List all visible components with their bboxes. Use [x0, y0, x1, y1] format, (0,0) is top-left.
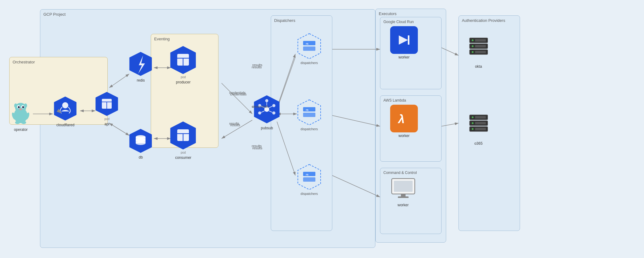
- svg-rect-93: [475, 51, 486, 53]
- svg-point-23: [18, 106, 20, 108]
- svg-point-98: [472, 122, 474, 124]
- cloudflared-label: cloudflared: [56, 123, 74, 127]
- pubsub-icon: pubsub: [252, 94, 282, 130]
- svg-rect-71: [303, 107, 315, 111]
- svg-rect-102: [475, 128, 486, 130]
- gcr-worker-icon: worker: [390, 26, 418, 59]
- svg-rect-68: [303, 46, 315, 51]
- consumer-label: consumer: [175, 155, 191, 160]
- results-arrow-label-1: results: [230, 123, 240, 127]
- results-arrow-label-2: results: [252, 63, 262, 67]
- operator-icon: operator: [9, 99, 32, 132]
- credentials-arrow-label-2: credentials: [252, 105, 269, 108]
- consumer-icon: pod consumer: [169, 120, 198, 160]
- svg-point-45: [136, 141, 146, 145]
- svg-rect-72: [303, 113, 315, 117]
- redis-icon: redis: [128, 51, 154, 83]
- cc-label: Command & Control: [383, 171, 417, 175]
- svg-point-58: [272, 111, 275, 115]
- dispatchers-label: Dispatchers: [274, 18, 295, 23]
- svg-point-27: [24, 103, 27, 108]
- diagram-container: GCP Project Orchestrator Eventing Dispat…: [0, 0, 644, 258]
- svg-point-25: [19, 108, 22, 110]
- svg-point-31: [21, 121, 26, 124]
- executors-label: Executors: [379, 11, 397, 16]
- svg-rect-83: [401, 194, 406, 196]
- svg-point-89: [472, 45, 474, 47]
- svg-marker-70: [298, 100, 321, 125]
- svg-point-60: [258, 111, 261, 115]
- svg-marker-66: [298, 34, 321, 59]
- cc-worker-icon: worker: [389, 175, 417, 207]
- operator-label: operator: [14, 127, 28, 132]
- okta-label: okta: [475, 64, 482, 69]
- svg-marker-32: [54, 97, 76, 120]
- svg-point-57: [272, 104, 275, 107]
- svg-rect-100: [475, 116, 486, 119]
- db-label: db: [139, 155, 143, 159]
- pubsub-label: pubsub: [261, 126, 273, 130]
- credentials-arrow-label: credentials: [230, 92, 246, 96]
- svg-point-33: [62, 102, 68, 108]
- orchestrator-label: Orchestrator: [13, 60, 35, 64]
- dispatchers-bot-label: dispatchers: [301, 192, 318, 196]
- svg-text:rs: rs: [306, 42, 309, 45]
- svg-marker-74: [298, 164, 321, 190]
- producer-icon: pod producer: [169, 45, 198, 84]
- gcr-label: Google Cloud Run: [383, 20, 414, 24]
- dispatchers-top-label: dispatchers: [301, 61, 318, 65]
- auth-label: Authentication Providers: [462, 18, 505, 23]
- gcr-worker-label: worker: [398, 55, 410, 59]
- svg-rect-67: [303, 41, 315, 45]
- dispatchers-top-icon: rs dispatchers: [295, 32, 323, 65]
- aws-label: AWS Lambda: [383, 98, 406, 103]
- producer-label: producer: [176, 80, 190, 84]
- svg-text:λ: λ: [398, 113, 405, 126]
- svg-text:rs: rs: [306, 108, 309, 111]
- okta-icon: okta: [465, 34, 492, 69]
- svg-point-26: [14, 103, 17, 108]
- svg-point-90: [472, 51, 474, 53]
- eventing-label: Eventing: [154, 37, 170, 41]
- svg-rect-101: [475, 122, 486, 124]
- svg-point-97: [472, 116, 474, 118]
- results-arrow-label-3: results: [252, 146, 262, 150]
- cloudflared-icon: cloudflared: [52, 95, 78, 127]
- aws-worker-icon: λ worker: [390, 105, 418, 138]
- svg-point-30: [15, 121, 20, 124]
- svg-point-88: [472, 39, 474, 41]
- svg-marker-78: [399, 35, 408, 45]
- o365-label: o365: [474, 141, 483, 146]
- cc-worker-label: worker: [398, 203, 409, 207]
- api-label: api: [104, 122, 109, 126]
- redis-label: redis: [137, 78, 145, 83]
- dispatchers-mid-icon: rs dispatchers: [295, 99, 323, 131]
- svg-rect-84: [398, 196, 409, 198]
- svg-point-99: [472, 128, 474, 130]
- svg-rect-82: [394, 181, 413, 192]
- svg-rect-75: [303, 172, 315, 176]
- svg-text:rs: rs: [306, 173, 309, 176]
- dispatchers-mid-label: dispatchers: [301, 127, 318, 131]
- aws-worker-label: worker: [398, 134, 410, 138]
- svg-rect-76: [303, 177, 315, 182]
- api-icon: pod api: [94, 91, 120, 126]
- svg-point-56: [265, 99, 268, 102]
- svg-point-24: [22, 106, 24, 108]
- svg-rect-91: [475, 39, 486, 42]
- o365-icon: o365: [465, 111, 492, 146]
- svg-rect-92: [475, 45, 486, 47]
- gcp-project-label: GCP Project: [43, 12, 66, 17]
- dispatchers-bot-icon: rs dispatchers: [295, 163, 323, 196]
- db-icon: db: [128, 128, 154, 159]
